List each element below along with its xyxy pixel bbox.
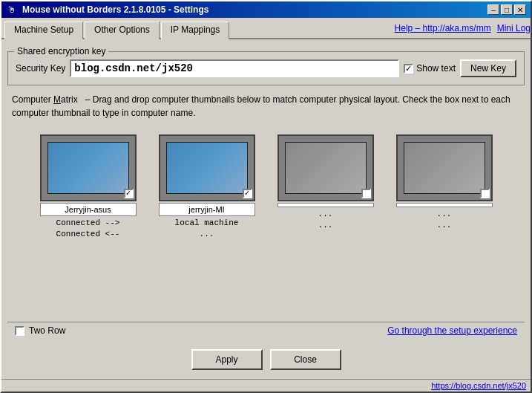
monitor-screen-2 <box>166 142 248 194</box>
monitor-wrap-1 <box>40 134 137 201</box>
maximize-button[interactable]: □ <box>501 4 513 15</box>
content-area: Shared encryption key Security Key Show … <box>1 39 531 379</box>
encryption-group: Shared encryption key Security Key Show … <box>7 51 525 85</box>
apply-button[interactable]: Apply <box>191 349 263 370</box>
computer-name-1[interactable]: Jerryjin-asus <box>40 203 137 216</box>
button-area: Apply Close <box>7 343 525 373</box>
description-text: Computer Matrix – Drag and drop computer… <box>7 90 525 123</box>
show-text-checkbox[interactable] <box>404 64 413 74</box>
monitor-screen-4 <box>404 142 485 194</box>
monitor-wrap-3 <box>278 134 374 201</box>
title-bar-left: 🖱 Mouse without Borders 2.1.8.0105 - Set… <box>6 4 208 16</box>
monitor-checkbox-wrap-4 <box>480 189 490 198</box>
computer-name-4[interactable] <box>396 203 493 207</box>
computer-checkbox-3[interactable] <box>361 189 371 198</box>
title-buttons: – □ ✕ <box>487 4 526 15</box>
computer-name-2[interactable]: jerryjin-MI <box>159 203 255 216</box>
new-key-button[interactable]: New Key <box>460 59 516 77</box>
computer-cell-3: ... ... <box>274 134 378 310</box>
setup-link[interactable]: Go through the setup experience <box>387 325 517 336</box>
bottom-bar: Two Row Go through the setup experience <box>7 322 525 339</box>
main-window: 🖱 Mouse without Borders 2.1.8.0105 - Set… <box>0 0 532 393</box>
tab-bar: Machine Setup Other Options IP Mappings … <box>1 18 531 39</box>
show-text-label: Show text <box>416 63 456 74</box>
monitor-2[interactable] <box>159 134 255 201</box>
tab-ip-mappings[interactable]: IP Mappings <box>161 22 230 39</box>
tab-other-options[interactable]: Other Options <box>85 22 160 39</box>
status-bar-text: https://blog.csdn.net/jx520 <box>431 381 526 390</box>
two-row-wrap: Two Row <box>15 325 65 336</box>
computer-status-1: Connected --> Connected <-- <box>56 218 120 241</box>
mini-log-link[interactable]: Mini Log <box>497 23 531 33</box>
security-key-input[interactable] <box>70 59 399 77</box>
app-icon: 🖱 <box>6 4 18 16</box>
group-legend: Shared encryption key <box>14 46 108 56</box>
monitor-1[interactable] <box>40 134 137 201</box>
status-bar: https://blog.csdn.net/jx520 <box>1 379 531 392</box>
computer-name-3[interactable] <box>278 203 374 207</box>
computer-checkbox-4[interactable] <box>480 189 490 198</box>
monitor-wrap-4 <box>396 134 493 201</box>
monitor-checkbox-wrap-3 <box>361 189 371 198</box>
monitor-checkbox-wrap-2 <box>243 189 252 198</box>
monitor-screen-1 <box>47 142 129 194</box>
help-link[interactable]: Help – http://aka.ms/mm <box>395 23 491 33</box>
computer-cell-1: Jerryjin-asus Connected --> Connected <-… <box>36 134 140 310</box>
security-row: Security Key Show text New Key <box>16 59 516 77</box>
monitor-checkbox-wrap-1 <box>124 189 134 198</box>
show-text-wrap: Show text <box>404 63 456 74</box>
close-button[interactable]: ✕ <box>514 4 526 15</box>
title-bar: 🖱 Mouse without Borders 2.1.8.0105 - Set… <box>1 1 531 18</box>
tab-right-links: Help – http://aka.ms/mm Mini Log <box>395 20 531 38</box>
security-label: Security Key <box>16 63 65 74</box>
close-button-main[interactable]: Close <box>270 349 341 370</box>
monitor-wrap-2 <box>159 134 255 201</box>
computer-status-4: ... ... <box>437 209 452 232</box>
two-row-label: Two Row <box>29 325 65 336</box>
minimize-button[interactable]: – <box>487 4 499 15</box>
tab-machine-setup[interactable]: Machine Setup <box>4 22 83 39</box>
computer-status-2: local machine ... <box>175 218 239 241</box>
computer-cell-4: ... ... <box>393 134 496 310</box>
computer-checkbox-1[interactable] <box>124 189 134 198</box>
two-row-checkbox[interactable] <box>15 326 24 336</box>
computer-checkbox-2[interactable] <box>243 189 252 198</box>
computer-grid: Jerryjin-asus Connected --> Connected <-… <box>7 127 525 317</box>
computer-cell-2: jerryjin-MI local machine ... <box>155 134 259 310</box>
monitor-3[interactable] <box>278 134 374 201</box>
window-title: Mouse without Borders 2.1.8.0105 - Setti… <box>22 4 208 15</box>
monitor-4[interactable] <box>396 134 493 201</box>
computer-status-3: ... ... <box>318 209 333 232</box>
monitor-screen-3 <box>285 142 367 194</box>
